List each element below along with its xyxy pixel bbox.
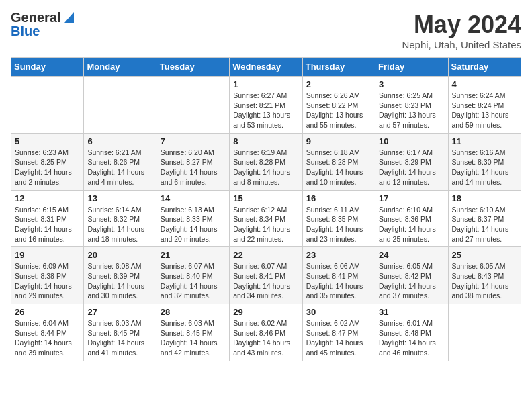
day-number: 7 — [161, 136, 226, 146]
week-row-2: 5Sunrise: 6:23 AM Sunset: 8:25 PM Daylig… — [11, 133, 521, 190]
day-info: Sunrise: 6:23 AM Sunset: 8:25 PM Dayligh… — [15, 148, 80, 187]
day-info: Sunrise: 6:07 AM Sunset: 8:41 PM Dayligh… — [233, 261, 298, 301]
logo: General Blue — [11, 11, 74, 38]
header-thursday: Thursday — [302, 58, 375, 77]
calendar-table: SundayMondayTuesdayWednesdayThursdayFrid… — [11, 57, 521, 361]
week-row-5: 26Sunrise: 6:04 AM Sunset: 8:44 PM Dayli… — [11, 304, 521, 361]
day-number: 13 — [87, 193, 152, 203]
day-number: 12 — [15, 193, 80, 203]
calendar-cell: 8Sunrise: 6:19 AM Sunset: 8:28 PM Daylig… — [230, 133, 302, 190]
day-info: Sunrise: 6:16 AM Sunset: 8:30 PM Dayligh… — [452, 148, 517, 187]
day-info: Sunrise: 6:17 AM Sunset: 8:29 PM Dayligh… — [379, 148, 444, 187]
day-info: Sunrise: 6:08 AM Sunset: 8:39 PM Dayligh… — [87, 261, 152, 301]
day-number: 31 — [379, 307, 444, 317]
calendar-cell: 23Sunrise: 6:06 AM Sunset: 8:41 PM Dayli… — [302, 247, 375, 304]
calendar-cell: 11Sunrise: 6:16 AM Sunset: 8:30 PM Dayli… — [448, 133, 521, 190]
day-info: Sunrise: 6:07 AM Sunset: 8:40 PM Dayligh… — [161, 261, 226, 301]
calendar-cell: 9Sunrise: 6:18 AM Sunset: 8:28 PM Daylig… — [302, 133, 375, 190]
day-number: 20 — [87, 250, 152, 260]
day-info: Sunrise: 6:09 AM Sunset: 8:38 PM Dayligh… — [15, 261, 80, 301]
day-info: Sunrise: 6:26 AM Sunset: 8:22 PM Dayligh… — [306, 91, 371, 130]
calendar-cell: 31Sunrise: 6:01 AM Sunset: 8:48 PM Dayli… — [375, 304, 448, 361]
calendar-cell: 15Sunrise: 6:12 AM Sunset: 8:34 PM Dayli… — [230, 190, 302, 247]
calendar-cell — [157, 77, 229, 134]
day-number: 19 — [15, 250, 80, 260]
day-number: 3 — [379, 79, 444, 89]
header-monday: Monday — [84, 58, 157, 77]
calendar-cell: 1Sunrise: 6:27 AM Sunset: 8:21 PM Daylig… — [230, 77, 302, 134]
calendar-cell: 10Sunrise: 6:17 AM Sunset: 8:29 PM Dayli… — [375, 133, 448, 190]
calendar-cell: 14Sunrise: 6:13 AM Sunset: 8:33 PM Dayli… — [157, 190, 229, 247]
calendar-cell: 2Sunrise: 6:26 AM Sunset: 8:22 PM Daylig… — [302, 77, 375, 134]
day-info: Sunrise: 6:27 AM Sunset: 8:21 PM Dayligh… — [233, 91, 298, 130]
day-info: Sunrise: 6:03 AM Sunset: 8:45 PM Dayligh… — [161, 318, 226, 358]
day-number: 8 — [233, 136, 298, 146]
day-number: 2 — [306, 79, 371, 89]
logo-general-text: General — [11, 11, 60, 24]
logo-blue-text: Blue — [11, 24, 74, 38]
title-block: May 2024 Nephi, Utah, United States — [402, 11, 521, 50]
calendar-cell: 3Sunrise: 6:25 AM Sunset: 8:23 PM Daylig… — [375, 77, 448, 134]
day-info: Sunrise: 6:11 AM Sunset: 8:35 PM Dayligh… — [306, 205, 371, 244]
calendar-cell: 12Sunrise: 6:15 AM Sunset: 8:31 PM Dayli… — [11, 190, 84, 247]
week-row-4: 19Sunrise: 6:09 AM Sunset: 8:38 PM Dayli… — [11, 247, 521, 304]
calendar-cell: 17Sunrise: 6:10 AM Sunset: 8:36 PM Dayli… — [375, 190, 448, 247]
day-number: 30 — [306, 307, 371, 317]
day-number: 15 — [233, 193, 298, 203]
day-info: Sunrise: 6:20 AM Sunset: 8:27 PM Dayligh… — [161, 148, 226, 187]
day-info: Sunrise: 6:18 AM Sunset: 8:28 PM Dayligh… — [306, 148, 371, 187]
svg-marker-0 — [64, 12, 74, 23]
day-number: 11 — [452, 136, 517, 146]
calendar-cell: 26Sunrise: 6:04 AM Sunset: 8:44 PM Dayli… — [11, 304, 84, 361]
day-info: Sunrise: 6:21 AM Sunset: 8:26 PM Dayligh… — [87, 148, 152, 187]
location: Nephi, Utah, United States — [402, 39, 521, 50]
day-info: Sunrise: 6:15 AM Sunset: 8:31 PM Dayligh… — [15, 205, 80, 244]
day-number: 10 — [379, 136, 444, 146]
day-number: 14 — [161, 193, 226, 203]
day-info: Sunrise: 6:04 AM Sunset: 8:44 PM Dayligh… — [15, 318, 80, 358]
day-number: 23 — [306, 250, 371, 260]
calendar-cell: 6Sunrise: 6:21 AM Sunset: 8:26 PM Daylig… — [84, 133, 157, 190]
calendar-cell: 30Sunrise: 6:02 AM Sunset: 8:47 PM Dayli… — [302, 304, 375, 361]
calendar-cell: 4Sunrise: 6:24 AM Sunset: 8:24 PM Daylig… — [448, 77, 521, 134]
header-sunday: Sunday — [11, 58, 84, 77]
header-tuesday: Tuesday — [157, 58, 229, 77]
calendar-cell: 20Sunrise: 6:08 AM Sunset: 8:39 PM Dayli… — [84, 247, 157, 304]
day-number: 9 — [306, 136, 371, 146]
calendar-cell — [448, 304, 521, 361]
calendar-cell: 22Sunrise: 6:07 AM Sunset: 8:41 PM Dayli… — [230, 247, 302, 304]
calendar-cell: 16Sunrise: 6:11 AM Sunset: 8:35 PM Dayli… — [302, 190, 375, 247]
week-row-1: 1Sunrise: 6:27 AM Sunset: 8:21 PM Daylig… — [11, 77, 521, 134]
day-info: Sunrise: 6:13 AM Sunset: 8:33 PM Dayligh… — [161, 205, 226, 244]
day-info: Sunrise: 6:02 AM Sunset: 8:47 PM Dayligh… — [306, 318, 371, 358]
calendar-cell: 18Sunrise: 6:10 AM Sunset: 8:37 PM Dayli… — [448, 190, 521, 247]
day-info: Sunrise: 6:25 AM Sunset: 8:23 PM Dayligh… — [379, 91, 444, 130]
calendar-cell: 24Sunrise: 6:05 AM Sunset: 8:42 PM Dayli… — [375, 247, 448, 304]
week-row-3: 12Sunrise: 6:15 AM Sunset: 8:31 PM Dayli… — [11, 190, 521, 247]
calendar-cell: 19Sunrise: 6:09 AM Sunset: 8:38 PM Dayli… — [11, 247, 84, 304]
day-number: 25 — [452, 250, 517, 260]
day-info: Sunrise: 6:24 AM Sunset: 8:24 PM Dayligh… — [452, 91, 517, 130]
month-title: May 2024 — [402, 11, 521, 39]
day-number: 27 — [87, 307, 152, 317]
day-number: 22 — [233, 250, 298, 260]
day-info: Sunrise: 6:12 AM Sunset: 8:34 PM Dayligh… — [233, 205, 298, 244]
day-info: Sunrise: 6:10 AM Sunset: 8:36 PM Dayligh… — [379, 205, 444, 244]
calendar-cell: 21Sunrise: 6:07 AM Sunset: 8:40 PM Dayli… — [157, 247, 229, 304]
day-number: 21 — [161, 250, 226, 260]
day-info: Sunrise: 6:05 AM Sunset: 8:43 PM Dayligh… — [452, 261, 517, 301]
day-number: 28 — [161, 307, 226, 317]
day-number: 4 — [452, 79, 517, 89]
day-info: Sunrise: 6:14 AM Sunset: 8:32 PM Dayligh… — [87, 205, 152, 244]
calendar-cell: 5Sunrise: 6:23 AM Sunset: 8:25 PM Daylig… — [11, 133, 84, 190]
calendar-cell: 13Sunrise: 6:14 AM Sunset: 8:32 PM Dayli… — [84, 190, 157, 247]
header-friday: Friday — [375, 58, 448, 77]
day-number: 18 — [452, 193, 517, 203]
calendar-cell — [84, 77, 157, 134]
day-info: Sunrise: 6:06 AM Sunset: 8:41 PM Dayligh… — [306, 261, 371, 301]
calendar-cell: 25Sunrise: 6:05 AM Sunset: 8:43 PM Dayli… — [448, 247, 521, 304]
page-header: General Blue May 2024 Nephi, Utah, Unite… — [11, 11, 521, 50]
logo-triangle-icon — [62, 11, 74, 23]
day-info: Sunrise: 6:02 AM Sunset: 8:46 PM Dayligh… — [233, 318, 298, 358]
calendar-cell — [11, 77, 84, 134]
